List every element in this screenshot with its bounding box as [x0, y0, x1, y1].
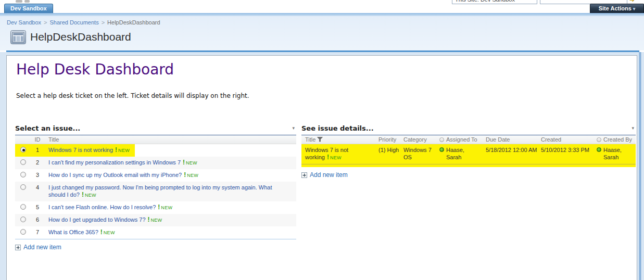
created-column-header[interactable]: Created — [537, 135, 593, 144]
radio-icon[interactable] — [20, 217, 26, 222]
detail-created-by-cell: Haase, Sarah — [593, 146, 636, 161]
issues-webpart-title: Select an issue... ▾ — [15, 123, 296, 135]
breadcrumb-link-dev-sandbox[interactable]: Dev Sandbox — [7, 19, 41, 26]
issue-radio[interactable] — [15, 203, 31, 211]
issue-title-link[interactable]: I can't find my personalization settings… — [48, 159, 181, 166]
issues-webpart: Select an issue... ▾ ID Title 1 Windows … — [15, 123, 296, 251]
new-badge: NEW — [118, 148, 130, 153]
presence-icon — [439, 137, 444, 142]
issue-id: 3 — [31, 171, 44, 179]
issue-title-cell: I just changed my password. Now I'm bein… — [44, 184, 296, 199]
due-date-column-header[interactable]: Due Date — [482, 135, 537, 144]
issue-row-6[interactable]: 6 How do I get upgraded to Windows 7?!NE… — [15, 214, 296, 226]
detail-category-cell: Windows 7 OS — [400, 146, 436, 161]
category-column-header[interactable]: Category — [400, 135, 436, 144]
issue-radio[interactable] — [15, 184, 31, 199]
created-by-column-header[interactable]: Created By — [593, 135, 636, 144]
title-column-header[interactable]: Title — [301, 135, 375, 144]
issue-radio[interactable] — [15, 146, 31, 154]
assigned-to-column-header[interactable]: Assigned To — [436, 135, 482, 144]
site-actions-label: Site Actions — [599, 5, 632, 11]
issue-row-2[interactable]: 2 I can't find my personalization settin… — [15, 157, 296, 169]
issue-row-4[interactable]: 4 I just changed my password. Now I'm be… — [15, 182, 296, 201]
search-scope-dropdown[interactable]: This Site: Dev Sandbox — [452, 0, 537, 4]
new-badge: NEW — [151, 218, 162, 223]
content-area: Help Desk Dashboard Select a help desk t… — [6, 55, 637, 280]
page-right-border — [639, 52, 641, 280]
detail-priority-cell: (1) High — [375, 146, 400, 161]
radio-icon[interactable] — [20, 172, 26, 177]
dashboard-heading: Help Desk Dashboard — [16, 61, 174, 78]
issue-id: 5 — [31, 203, 44, 211]
radio-icon[interactable] — [20, 184, 26, 190]
add-new-item-icon — [301, 172, 307, 178]
search-go-icon: ➜ — [629, 0, 635, 4]
webpart-menu-caret-icon[interactable]: ▾ — [632, 125, 634, 131]
id-column-header[interactable]: ID — [31, 135, 44, 144]
issue-id: 4 — [31, 184, 44, 199]
detail-created-cell: 5/10/2012 3:33 PM — [537, 146, 593, 161]
radio-selected-icon[interactable] — [20, 147, 26, 152]
issue-title-link[interactable]: I can't see Flash online. How do I resol… — [48, 204, 156, 210]
issue-radio[interactable] — [15, 159, 31, 167]
issue-title-link[interactable]: How do I sync up my Outlook email with m… — [48, 172, 182, 178]
new-badge: NEW — [187, 173, 198, 178]
tab-label: Dev Sandbox — [10, 5, 47, 11]
breadcrumb-current: HelpDeskDashboard — [107, 19, 160, 26]
radio-icon[interactable] — [20, 159, 26, 165]
issue-row-3[interactable]: 3 How do I sync up my Outlook email with… — [15, 169, 296, 182]
issue-row-7[interactable]: 7 What is Office 365?!NEW — [15, 226, 296, 239]
site-actions-button[interactable]: Site Actions▾ — [590, 4, 644, 13]
add-new-item-icon — [15, 245, 21, 250]
web-part-page-icon — [10, 30, 26, 46]
webpart-menu-caret-icon[interactable]: ▾ — [292, 125, 295, 131]
detail-row-highlighted[interactable]: Windows 7 is not working!NEW (1) High Wi… — [301, 144, 636, 167]
issue-title-cell: I can't find my personalization settings… — [44, 159, 296, 167]
new-badge: NEW — [104, 230, 115, 235]
issue-radio[interactable] — [15, 216, 31, 224]
radio-icon[interactable] — [20, 204, 26, 210]
issue-title-cell: Windows 7 is not working!NEW — [44, 146, 296, 154]
presence-icon — [597, 137, 601, 142]
issue-id: 7 — [31, 228, 44, 236]
new-exclamation-icon: ! — [100, 228, 103, 236]
breadcrumb-separator: > — [44, 19, 47, 26]
issue-title-link[interactable]: Windows 7 is not working — [48, 147, 113, 153]
new-badge: NEW — [85, 193, 96, 198]
issue-title-cell: How do I get upgraded to Windows 7?!NEW — [44, 216, 296, 224]
new-badge: NEW — [161, 205, 172, 210]
issue-row-5[interactable]: 5 I can't see Flash online. How do I res… — [15, 201, 296, 214]
browser-fragment — [16, 0, 22, 3]
issue-title-cell: How do I sync up my Outlook email with m… — [44, 171, 296, 179]
priority-column-header[interactable]: Priority — [375, 135, 400, 144]
add-new-item-link[interactable]: Add new item — [15, 244, 61, 251]
search-scope-value: This Site: Dev Sandbox — [455, 0, 515, 3]
issue-radio[interactable] — [15, 171, 31, 179]
presence-online-icon — [597, 147, 601, 152]
new-badge: NEW — [186, 160, 197, 166]
new-exclamation-icon: ! — [327, 154, 329, 161]
issue-id: 6 — [31, 216, 44, 224]
new-exclamation-icon: ! — [158, 203, 160, 211]
radio-icon[interactable] — [20, 229, 26, 235]
title-column-header[interactable]: Title — [44, 135, 296, 144]
issue-title-cell: I can't see Flash online. How do I resol… — [44, 203, 296, 211]
page-header: Dev Sandbox>Shared Documents>HelpDeskDas… — [0, 16, 644, 50]
presence-online-icon — [439, 147, 444, 152]
new-exclamation-icon: ! — [183, 159, 185, 166]
issue-row-1[interactable]: 1 Windows 7 is not working!NEW — [15, 144, 296, 157]
new-exclamation-icon: ! — [115, 146, 117, 154]
breadcrumb-link-shared-documents[interactable]: Shared Documents — [49, 19, 98, 26]
select-column-header — [15, 135, 31, 144]
issues-list: 1 Windows 7 is not working!NEW 2 I can't… — [15, 144, 296, 239]
issue-radio[interactable] — [15, 228, 31, 236]
issue-id: 1 — [31, 146, 44, 154]
add-new-item-link[interactable]: Add new item — [301, 171, 348, 179]
issues-column-headers: ID Title — [15, 135, 296, 144]
new-exclamation-icon: ! — [82, 191, 84, 198]
tab-dev-sandbox[interactable]: Dev Sandbox — [4, 4, 53, 13]
issue-title-link[interactable]: What is Office 365? — [48, 229, 98, 235]
breadcrumb-separator: > — [102, 19, 105, 26]
issue-title-link[interactable]: How do I get upgraded to Windows 7? — [48, 217, 146, 223]
details-column-headers: Title Priority Category Assigned To Due … — [301, 135, 636, 144]
